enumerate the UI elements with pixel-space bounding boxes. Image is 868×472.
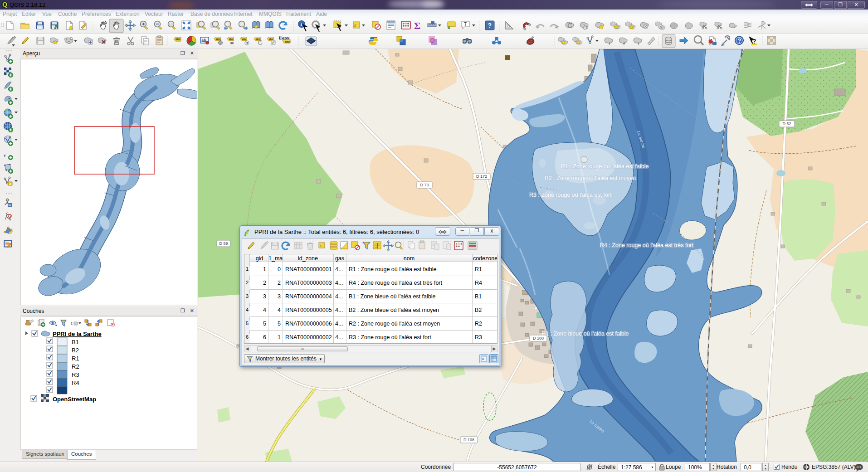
svg-text:T: T <box>464 22 467 27</box>
svg-text:Σ: Σ <box>414 20 420 31</box>
svg-text:ε: ε <box>320 243 322 248</box>
svg-text:d: d <box>623 41 625 45</box>
svg-text:OpenStreetMap: OpenStreetMap <box>53 396 96 403</box>
svg-text:D 89: D 89 <box>219 241 228 246</box>
svg-text:,: , <box>4 149 6 158</box>
svg-text:R1: R1 <box>72 355 79 362</box>
svg-text:R2: R2 <box>72 363 79 370</box>
svg-text:⇆: ⇆ <box>9 204 11 207</box>
svg-text:ε: ε <box>354 22 356 28</box>
svg-text:D 73: D 73 <box>420 183 429 187</box>
svg-text:?: ? <box>738 37 741 44</box>
svg-text:R4: R4 <box>72 380 79 386</box>
svg-text:Q: Q <box>2 1 7 8</box>
svg-text:D 52: D 52 <box>782 122 791 126</box>
svg-text:R2 : Zone rouge où l'aléa est: R2 : Zone rouge où l'aléa est moyen <box>545 175 636 181</box>
svg-text:R1 : Zone rouge où l'aléa est: R1 : Zone rouge où l'aléa est faible <box>561 163 649 170</box>
svg-text:B1 : Zone bleue où l'aléa est: B1 : Zone bleue où l'aléa est faible <box>542 331 629 337</box>
svg-text:R4 : Zone rouge où l'aléa est: R4 : Zone rouge où l'aléa est très fort <box>600 242 693 248</box>
svg-text:1:1: 1:1 <box>169 23 173 26</box>
svg-text:R3: R3 <box>72 371 79 378</box>
svg-text:D 108: D 108 <box>463 438 474 442</box>
svg-text:?: ? <box>488 22 492 29</box>
svg-text:PPRI de la Sarthe: PPRI de la Sarthe <box>53 331 102 337</box>
svg-text:abc: abc <box>285 40 290 44</box>
svg-text:B2: B2 <box>72 347 79 354</box>
svg-text:B1: B1 <box>72 339 79 345</box>
svg-text:ε: ε <box>71 320 73 326</box>
svg-text:D 172: D 172 <box>476 174 487 179</box>
svg-text:R3 : Zone rouge où l'aléa est: R3 : Zone rouge où l'aléa est fort <box>529 192 612 198</box>
svg-text:D 108: D 108 <box>533 336 544 341</box>
